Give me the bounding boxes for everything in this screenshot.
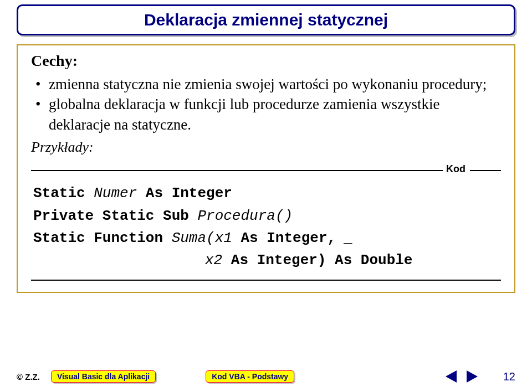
- title-bar: Deklaracja zmiennej statycznej: [17, 4, 515, 35]
- prev-icon[interactable]: [446, 370, 457, 383]
- bullet-list: zmienna statyczna nie zmienia swojej war…: [31, 74, 501, 135]
- code-label: Kod: [444, 163, 468, 175]
- footer-pill-app: Visual Basic dla Aplikacji: [51, 370, 156, 383]
- footer-pill-topic: Kod VBA - Podstawy: [206, 370, 294, 383]
- keyword: As Integer: [137, 185, 232, 202]
- separator-line: [31, 280, 501, 281]
- identifier: Suma(x1: [172, 230, 232, 246]
- slide-title: Deklaracja zmiennej statycznej: [144, 11, 388, 29]
- cechy-heading: Cechy:: [31, 52, 501, 70]
- keyword: Private Static Sub: [33, 208, 197, 224]
- content-box: Cechy: zmienna statyczna nie zmienia swo…: [17, 44, 515, 293]
- page-number: 12: [503, 370, 515, 383]
- examples-label: Przykłady:: [31, 139, 501, 156]
- copyright: © Z.Z.: [17, 372, 40, 381]
- next-icon[interactable]: [467, 370, 478, 383]
- list-item: zmienna statyczna nie zmienia swojej war…: [35, 74, 501, 94]
- separator-line: [470, 170, 501, 171]
- list-item: globalna deklaracja w funkcji lub proced…: [35, 94, 501, 135]
- slide: Deklaracja zmiennej statycznej Cechy: zm…: [0, 0, 532, 392]
- identifier: Numer: [94, 185, 137, 202]
- line-continuation: _: [345, 230, 354, 246]
- nav-controls: 12: [446, 370, 515, 383]
- keyword: Static: [33, 185, 94, 202]
- code-line: Private Static Sub Procedura(): [33, 205, 499, 227]
- keyword: Static Function: [33, 230, 172, 246]
- footer: © Z.Z. Visual Basic dla Aplikacji Kod VB…: [17, 369, 515, 384]
- identifier: Procedura(): [197, 208, 293, 224]
- code-line: Static Numer As Integer: [33, 182, 499, 204]
- code-block: Static Numer As Integer Private Static S…: [31, 177, 501, 275]
- separator-line: [31, 170, 443, 171]
- code-separator: Kod: [31, 163, 501, 177]
- code-line: x2 As Integer) As Double: [33, 249, 499, 271]
- keyword: As Integer) As Double: [222, 252, 412, 269]
- identifier: x2: [205, 252, 222, 269]
- keyword: As Integer,: [232, 230, 345, 246]
- code-line: Static Function Suma(x1 As Integer, _: [33, 227, 499, 249]
